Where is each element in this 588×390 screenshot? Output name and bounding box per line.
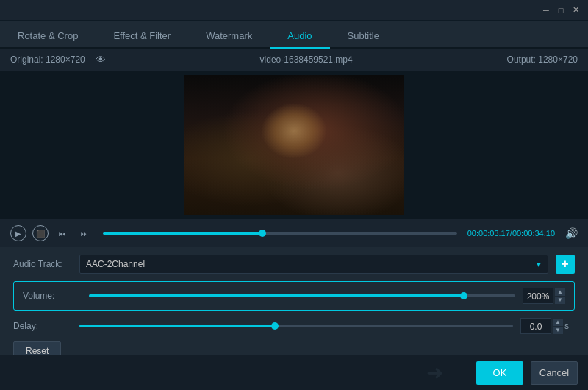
volume-icon[interactable]: 🔊 — [565, 227, 578, 239]
tab-watermark[interactable]: Watermark — [188, 24, 270, 49]
volume-slider[interactable] — [89, 294, 515, 297]
volume-box: Volume: 200% ▲ ▼ — [13, 281, 575, 311]
delay-slider-fill — [79, 325, 275, 327]
play-button[interactable]: ▶ — [10, 225, 26, 241]
eye-icon[interactable]: 👁 — [96, 54, 106, 65]
bottom-bar: ➜ OK Cancel — [0, 355, 588, 390]
audio-track-label: Audio Track: — [13, 259, 72, 269]
delay-down-button[interactable]: ▼ — [553, 327, 563, 334]
volume-spinner: ▲ ▼ — [555, 288, 565, 304]
minimize-button[interactable]: ─ — [539, 4, 553, 17]
close-button[interactable]: ✕ — [569, 4, 582, 17]
title-bar: ─ □ ✕ — [0, 0, 588, 21]
audio-track-row: Audio Track: AAC-2Channel ▼ + — [13, 255, 575, 274]
arrow-icon: ➜ — [426, 361, 443, 385]
delay-unit: s — [564, 321, 575, 331]
info-bar: Original: 1280×720 👁 video-1638459521.mp… — [0, 49, 588, 71]
progress-handle[interactable] — [259, 230, 266, 237]
delay-row: Delay: 0.0 ▲ ▼ s — [13, 318, 575, 334]
time-display: 00:00:03.17/00:00:34.10 — [467, 229, 555, 238]
delay-up-button[interactable]: ▲ — [553, 319, 563, 326]
progress-fill — [103, 232, 262, 235]
volume-label: Volume: — [23, 291, 82, 301]
volume-value-display: 200% ▲ ▼ — [523, 288, 565, 304]
ok-button[interactable]: OK — [476, 361, 523, 385]
audio-track-select-container: AAC-2Channel ▼ — [79, 255, 548, 274]
next-frame-button[interactable]: ⏭ — [76, 225, 93, 241]
progress-bar[interactable] — [103, 232, 457, 235]
stop-button[interactable]: ⬛ — [32, 225, 49, 241]
delay-slider[interactable] — [79, 325, 513, 327]
volume-row: Volume: 200% ▲ ▼ — [23, 288, 565, 304]
controls-section: Audio Track: AAC-2Channel ▼ + Volume: 20… — [0, 247, 588, 366]
original-resolution: Original: 1280×720 — [10, 54, 85, 65]
maximize-button[interactable]: □ — [554, 4, 567, 17]
tab-audio[interactable]: Audio — [270, 24, 329, 49]
cancel-button[interactable]: Cancel — [531, 361, 578, 385]
audio-track-select[interactable]: AAC-2Channel — [79, 255, 548, 274]
volume-slider-fill — [89, 294, 464, 297]
volume-down-button[interactable]: ▼ — [555, 297, 565, 304]
tab-effect-filter[interactable]: Effect & Filter — [96, 24, 188, 49]
output-resolution: Output: 1280×720 — [507, 54, 578, 65]
delay-value-display: 0.0 ▲ ▼ s — [520, 318, 575, 334]
video-thumbnail — [184, 75, 404, 215]
tab-rotate-crop[interactable]: Rotate & Crop — [0, 24, 96, 49]
tab-subtitle[interactable]: Subtitle — [330, 24, 397, 49]
volume-slider-handle[interactable] — [460, 292, 467, 299]
delay-label: Delay: — [13, 321, 72, 331]
volume-up-button[interactable]: ▲ — [555, 288, 565, 296]
tab-bar: Rotate & Crop Effect & Filter Watermark … — [0, 21, 588, 49]
delay-slider-handle[interactable] — [271, 322, 279, 330]
filename-label: video-1638459521.mp4 — [260, 54, 353, 65]
player-controls: ▶ ⬛ ⏮ ⏭ 00:00:03.17/00:00:34.10 🔊 — [0, 219, 588, 247]
add-audio-track-button[interactable]: + — [556, 255, 575, 274]
prev-frame-button[interactable]: ⏮ — [54, 225, 71, 241]
delay-spinner: ▲ ▼ — [553, 319, 563, 334]
delay-value: 0.0 — [520, 318, 551, 334]
volume-value: 200% — [523, 288, 553, 304]
video-area — [0, 71, 588, 219]
